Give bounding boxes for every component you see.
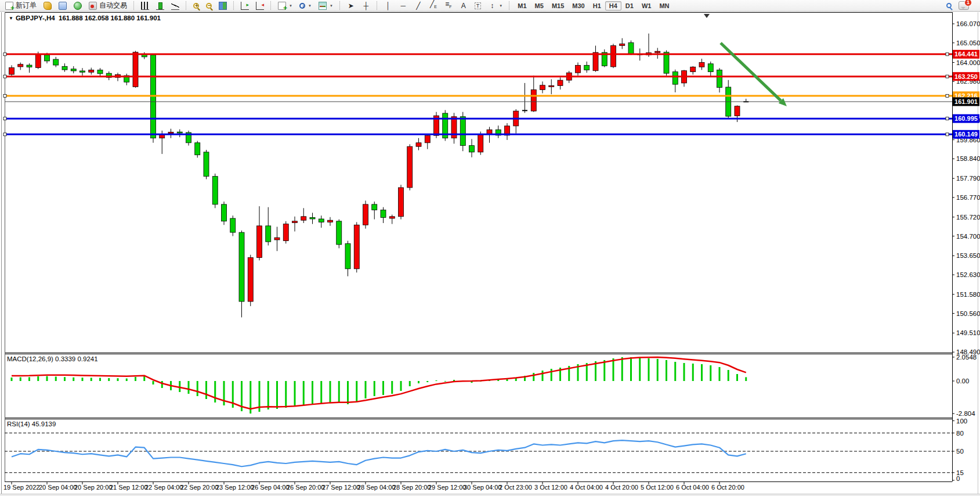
line-handle[interactable] [946, 53, 949, 56]
macd-signal-line [12, 357, 746, 409]
price-axis-label: 156.770 [956, 194, 980, 201]
candle-body [584, 65, 590, 70]
rsi-axis-label: 80 [956, 430, 964, 437]
candle-body [717, 70, 722, 87]
price-axis-label: 149.510 [956, 329, 980, 336]
candle-body [133, 52, 138, 87]
time-axis-label[interactable]: 20 Sep 04:00 [39, 484, 77, 491]
price-axis-label: 166.070 [956, 20, 980, 27]
candle-body [540, 85, 545, 90]
time-axis-label[interactable]: 23 Sep 12:00 [216, 484, 254, 491]
candle-body [35, 54, 41, 67]
chevron-down-icon[interactable]: ▼ [9, 16, 13, 21]
candle-body [283, 224, 288, 241]
time-axis-label[interactable]: 5 Oct 12:00 [641, 484, 674, 491]
candle-body [708, 64, 713, 72]
candle-body [212, 177, 218, 204]
candle-body [328, 220, 333, 222]
mt4-window: 新订单 自动交易 + − ▸ ◂ ▼ ▼ ▼ ➤ ┼ │ ─ ╱ ╱E ≡F A… [0, 0, 980, 496]
time-axis-label[interactable]: 26 Sep 20:00 [287, 484, 324, 491]
time-axis-label[interactable]: 26 Sep 04:00 [251, 484, 289, 491]
candle-body [549, 85, 554, 87]
time-axis-label[interactable]: 22 Sep 04:00 [145, 484, 183, 491]
candle-body [345, 243, 350, 268]
time-axis-label[interactable]: 22 Sep 20:00 [180, 484, 218, 491]
time-axis-label[interactable]: 2 Oct 23:00 [499, 484, 532, 491]
price-badge-value: 160.995 [954, 115, 978, 122]
candle-body [372, 204, 377, 210]
time-axis-label[interactable]: 21 Sep 12:00 [110, 484, 147, 491]
macd-indicator-label: MACD(12,26,9) 0.3339 0.9241 [7, 355, 98, 362]
candle-body [292, 221, 298, 223]
candle-body [593, 52, 598, 71]
line-handle[interactable] [946, 75, 949, 78]
window-bottom-edge [0, 494, 980, 496]
candle-body [97, 70, 103, 73]
candle-body [381, 210, 386, 218]
line-handle[interactable] [946, 117, 949, 120]
candle-body [177, 132, 182, 133]
candle-body [672, 72, 678, 85]
chart-header: ▼GBPJPY-,H4 161.888 162.058 161.880 161.… [9, 15, 161, 21]
candle-body [248, 258, 253, 302]
time-axis-label[interactable]: 4 Oct 04:00 [570, 484, 603, 491]
chart-canvas[interactable]: 166.070165.050164.000162.980160.910159.8… [0, 0, 980, 496]
price-axis-label: 150.560 [956, 310, 980, 317]
symbol-period-label: GBPJPY-,H4 [16, 15, 55, 21]
line-handle[interactable] [3, 133, 6, 136]
candle-body [222, 204, 227, 221]
time-axis-label[interactable]: 6 Oct 20:00 [711, 484, 744, 491]
time-axis-label[interactable]: 20 Sep 20:00 [74, 484, 112, 491]
candle-body [71, 69, 76, 71]
candle-body [45, 55, 50, 61]
candle-body [620, 44, 625, 45]
candle-body [319, 219, 324, 222]
price-axis-label: 164.000 [956, 59, 980, 66]
candle-body [62, 66, 67, 70]
candle-body [735, 106, 740, 116]
time-axis-label[interactable]: 19 Sep 2022 [3, 484, 39, 491]
price-axis-label: 151.580 [956, 291, 980, 298]
candle-body [389, 217, 395, 218]
time-axis-label[interactable]: 28 Sep 20:00 [393, 484, 431, 491]
candle-body [18, 64, 23, 67]
time-axis-label[interactable]: 4 Oct 20:00 [605, 484, 638, 491]
candle-body [416, 143, 421, 146]
chart-shift-marker[interactable] [704, 14, 710, 18]
candle-body [230, 218, 236, 232]
price-axis-label: 152.630 [956, 271, 980, 278]
macd-axis-label: 0.00 [956, 378, 969, 384]
line-handle[interactable] [3, 94, 6, 97]
candle-body [460, 117, 465, 146]
candle-body [469, 146, 475, 152]
time-axis-label[interactable]: 6 Oct 04:00 [676, 484, 709, 491]
rsi-axis-label: 100 [956, 418, 967, 425]
rsi-axis-label: 0 [956, 475, 960, 482]
candle-body [257, 226, 262, 258]
candle-body [576, 65, 581, 73]
macd-axis-label: -2.804 [956, 410, 975, 417]
time-axis-label[interactable]: 28 Sep 04:00 [357, 484, 395, 491]
price-badge-value: 160.149 [954, 131, 978, 138]
line-handle[interactable] [946, 133, 949, 136]
candle-body [628, 42, 634, 54]
line-handle[interactable] [3, 53, 6, 56]
candle-body [89, 70, 94, 72]
candle-body [399, 188, 404, 217]
candle-body [655, 51, 660, 53]
time-axis-label[interactable]: 3 Oct 12:00 [534, 484, 567, 491]
time-axis-label[interactable]: 30 Sep 04:00 [464, 484, 501, 491]
candle-body [239, 232, 244, 301]
time-axis-label[interactable]: 29 Sep 12:00 [428, 484, 466, 491]
line-handle[interactable] [946, 94, 949, 97]
candle-body [699, 63, 704, 67]
time-axis-label[interactable]: 27 Sep 12:00 [322, 484, 360, 491]
line-handle[interactable] [3, 117, 6, 120]
line-handle[interactable] [3, 75, 6, 78]
rsi-indicator-label: RSI(14) 45.9139 [7, 420, 56, 427]
candle-body [266, 226, 271, 242]
macd-axis-label: 2.0548 [956, 354, 977, 361]
candle-body [310, 217, 315, 219]
candle-body [337, 221, 342, 245]
candle-body [531, 89, 536, 111]
